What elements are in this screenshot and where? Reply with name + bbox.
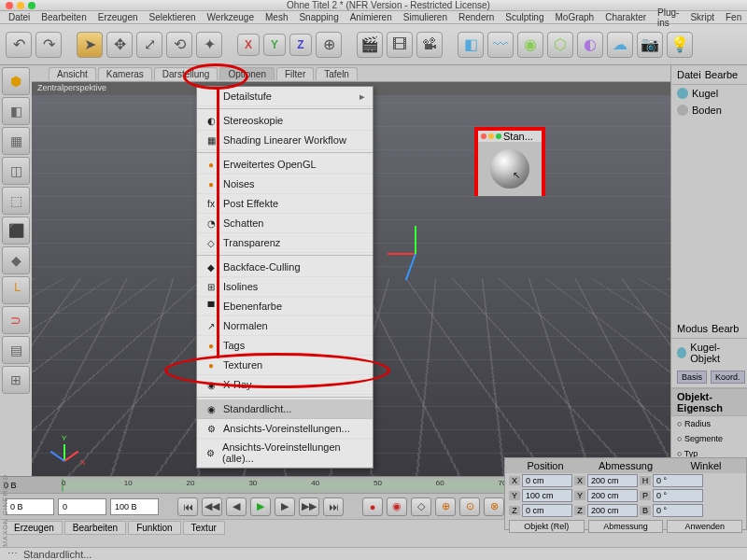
key-pos-button[interactable]: ⊕: [435, 497, 456, 516]
menu-mesh[interactable]: Mesh: [261, 12, 292, 22]
angle-field[interactable]: [653, 489, 703, 502]
model-mode[interactable]: ◧: [2, 97, 30, 125]
menu-item-texturen[interactable]: ●Texturen: [197, 356, 373, 375]
goto-start-button[interactable]: ⏮: [177, 497, 198, 516]
menu-bearbeiten[interactable]: Bearbeiten: [36, 12, 91, 22]
close-icon[interactable]: [481, 133, 486, 139]
menu-sculpting[interactable]: Sculpting: [500, 12, 548, 22]
viewport-tab-tafeln[interactable]: Tafeln: [316, 67, 358, 80]
play-button[interactable]: ▶: [250, 497, 271, 516]
object-tree-item[interactable]: Boden: [671, 102, 747, 119]
menu-animieren[interactable]: Animieren: [345, 12, 397, 22]
coord-system[interactable]: ⊕: [316, 32, 342, 58]
dim-field[interactable]: [587, 474, 638, 487]
attr-subtab[interactable]: Basis: [677, 371, 707, 384]
zoom-icon[interactable]: [496, 133, 501, 139]
bottom-tab-textur[interactable]: Textur: [183, 521, 225, 535]
axis-manipulator[interactable]: [405, 254, 480, 291]
viewport-layout[interactable]: ⊞: [2, 366, 30, 394]
prev-frame-button[interactable]: ◀: [226, 497, 247, 516]
frame-start-field[interactable]: 0 B: [6, 498, 54, 515]
menu-item-isolines[interactable]: ⊞Isolines: [197, 277, 373, 297]
menu-item-normalen[interactable]: ↗Normalen: [197, 316, 373, 336]
axis-mode[interactable]: └: [2, 276, 30, 304]
menu-item-post-effekte[interactable]: fxPost Effekte: [197, 194, 373, 214]
add-cube[interactable]: ◧: [458, 32, 484, 58]
undo-button[interactable]: ↶: [6, 32, 32, 58]
add-deformer[interactable]: ◐: [577, 32, 603, 58]
minimize-icon[interactable]: [17, 2, 24, 9]
menu-rendern[interactable]: Rendern: [454, 12, 499, 22]
menu-selektieren[interactable]: Selektieren: [145, 12, 201, 22]
menu-item-x-ray[interactable]: ◉X-Ray: [197, 375, 373, 395]
light-preview-sphere[interactable]: ↖: [490, 149, 529, 189]
add-environment[interactable]: ☁: [607, 32, 633, 58]
menu-werkzeuge[interactable]: Werkzeuge: [203, 12, 259, 22]
attr-tab[interactable]: Bearb: [712, 323, 739, 334]
magnet-tool[interactable]: ⊃: [2, 306, 30, 334]
menu-erzeugen[interactable]: Erzeugen: [93, 12, 143, 22]
bottom-tab-bearbeiten[interactable]: Bearbeiten: [64, 521, 126, 535]
menu-item-tags[interactable]: ●Tags: [197, 336, 373, 356]
next-frame-button[interactable]: ▶: [275, 497, 295, 516]
menu-item-transparenz[interactable]: ◇Transparenz: [197, 233, 373, 253]
scale-tool[interactable]: ⤢: [136, 32, 162, 58]
x-axis-lock[interactable]: X: [237, 34, 260, 56]
pos-field[interactable]: [522, 474, 572, 487]
point-mode[interactable]: ⬚: [2, 187, 30, 215]
menu-fen[interactable]: Fen: [721, 12, 746, 22]
render-view[interactable]: 🎬: [357, 32, 383, 58]
coord-button[interactable]: Objekt (Rel): [509, 520, 585, 533]
polygon-mode[interactable]: ◆: [2, 246, 30, 274]
bottom-tab-funktion[interactable]: Funktion: [128, 521, 180, 535]
menu-snapping[interactable]: Snapping: [294, 12, 343, 22]
frame-end-field[interactable]: 100 B: [110, 498, 159, 515]
viewport-solo[interactable]: ▤: [2, 336, 30, 364]
menu-item-shading-linearer-workflow[interactable]: ▦Shading Linearer Workflow: [197, 131, 373, 150]
make-editable[interactable]: ⬢: [2, 67, 30, 95]
obj-tab[interactable]: Bearbe: [705, 69, 738, 80]
select-tool[interactable]: ➤: [77, 32, 103, 58]
coord-button[interactable]: Abmessung: [588, 520, 664, 533]
menu-item-detailstufe[interactable]: Detailstufe▸: [197, 87, 373, 106]
viewport-tab-darstellung[interactable]: Darstellung: [154, 67, 218, 80]
z-axis-lock[interactable]: Z: [289, 34, 312, 56]
workplane-mode[interactable]: ◫: [2, 157, 30, 185]
close-icon[interactable]: [6, 2, 13, 9]
attr-tab[interactable]: Modus: [677, 323, 708, 334]
coord-button[interactable]: Anwenden: [667, 520, 742, 533]
menu-item-backface-culling[interactable]: ◆Backface-Culling: [197, 258, 373, 277]
object-tree-item[interactable]: Kugel: [671, 85, 747, 102]
edge-mode[interactable]: ⬛: [2, 217, 30, 245]
minimize-icon[interactable]: [488, 133, 494, 139]
frame-current-field[interactable]: 0: [58, 498, 106, 515]
menu-item-schatten[interactable]: ◔Schatten: [197, 214, 373, 233]
angle-field[interactable]: [653, 504, 703, 517]
viewport-tab-optionen[interactable]: Optionen: [219, 67, 275, 80]
dim-field[interactable]: [587, 504, 638, 517]
menu-item-erweitertes-opengl[interactable]: ●Erweitertes OpenGL: [197, 155, 373, 175]
menu-charakter[interactable]: Charakter: [600, 12, 651, 22]
menu-item-noises[interactable]: ●Noises: [197, 175, 373, 194]
render-settings[interactable]: 📽: [416, 32, 443, 58]
angle-field[interactable]: [653, 474, 703, 487]
add-nurbs[interactable]: ◉: [517, 32, 543, 58]
step-fwd-button[interactable]: ▶▶: [299, 497, 319, 516]
add-light[interactable]: 💡: [667, 32, 693, 58]
add-modeling[interactable]: ⬡: [547, 32, 573, 58]
viewport-tab-filter[interactable]: Filter: [276, 67, 314, 80]
attr-subtab[interactable]: Koord.: [711, 371, 745, 384]
pos-field[interactable]: [522, 504, 572, 517]
menu-item-ansichts-voreinstellungen-[interactable]: ⚙Ansichts-Voreinstellungen...: [197, 419, 373, 439]
obj-tab[interactable]: Datei: [677, 69, 701, 80]
viewport-tab-kameras[interactable]: Kameras: [98, 67, 152, 80]
zoom-icon[interactable]: [28, 2, 35, 9]
key-scale-button[interactable]: ⊙: [459, 497, 480, 516]
texture-mode[interactable]: ▦: [2, 127, 30, 155]
standardlicht-preview-window[interactable]: Stan... ↖: [474, 127, 545, 196]
key-rot-button[interactable]: ⊗: [484, 497, 504, 516]
menu-item-standardlicht-[interactable]: ◉Standardlicht...: [197, 399, 373, 419]
step-back-button[interactable]: ◀◀: [202, 497, 222, 516]
y-axis-lock[interactable]: Y: [263, 34, 286, 56]
add-spline[interactable]: 〰: [487, 32, 514, 58]
